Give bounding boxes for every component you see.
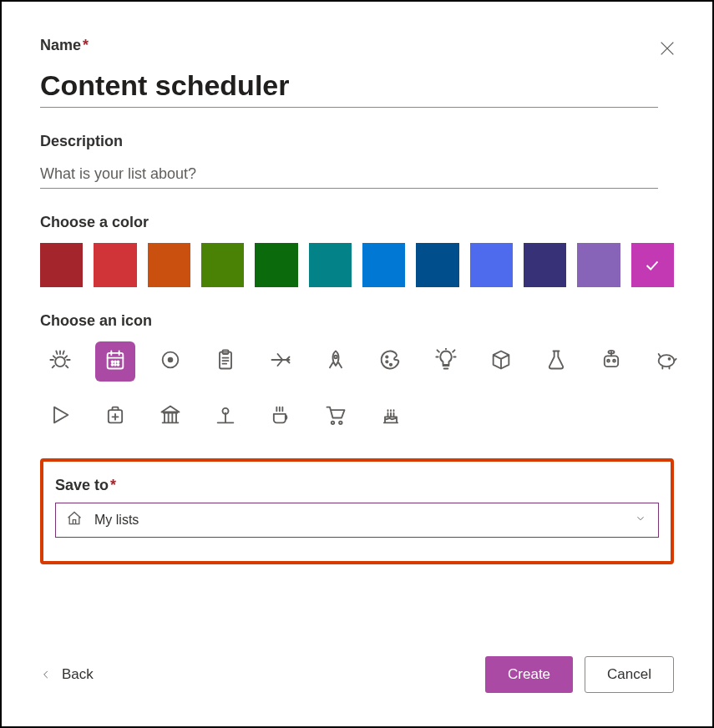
cart-icon [324, 403, 347, 430]
coffee-icon [269, 403, 292, 430]
svg-point-13 [386, 356, 387, 357]
icon-grid [40, 341, 691, 437]
svg-point-24 [339, 422, 342, 425]
cake-icon [379, 403, 403, 430]
beaker-icon [544, 348, 568, 375]
robot-icon [600, 348, 623, 375]
icon-option-cube[interactable] [481, 341, 521, 382]
icon-option-palette[interactable] [371, 341, 411, 382]
icon-option-calendar[interactable] [95, 341, 135, 382]
target-icon [159, 348, 182, 375]
color-swatch-row [40, 243, 674, 287]
dialog-footer: Back Create Cancel [40, 656, 674, 693]
save-to-highlight: Save to* My lists [40, 458, 674, 564]
svg-point-6 [114, 364, 116, 366]
save-to-value: My lists [94, 513, 139, 528]
choose-icon-label: Choose an icon [40, 312, 674, 330]
svg-point-7 [118, 364, 119, 366]
icon-option-beaker[interactable] [536, 341, 576, 382]
svg-point-14 [386, 361, 387, 362]
color-swatch-orange[interactable] [148, 243, 190, 287]
back-button[interactable]: Back [40, 666, 94, 683]
name-input[interactable] [40, 61, 658, 108]
description-input[interactable] [40, 157, 658, 189]
color-swatch-green[interactable] [201, 243, 244, 287]
icon-option-bug[interactable] [40, 341, 80, 382]
color-swatch-blue[interactable] [362, 243, 405, 287]
icon-option-cart[interactable] [316, 397, 356, 437]
close-icon [658, 39, 676, 58]
color-swatch-dark-red[interactable] [40, 243, 83, 287]
svg-point-15 [390, 364, 392, 366]
create-list-dialog: Name* Description Choose a color Choose … [0, 0, 714, 728]
svg-point-9 [169, 358, 173, 362]
save-to-label: Save to* [55, 477, 659, 494]
color-swatch-indigo[interactable] [470, 243, 513, 287]
color-swatch-red[interactable] [94, 243, 136, 287]
svg-point-12 [334, 356, 337, 359]
palette-icon [379, 348, 403, 375]
color-swatch-teal[interactable] [309, 243, 352, 287]
icon-option-coffee[interactable] [261, 397, 301, 437]
icon-option-clipboard[interactable] [205, 341, 246, 382]
svg-point-23 [332, 422, 335, 425]
color-swatch-pink[interactable] [631, 243, 674, 287]
airplane-icon [269, 348, 292, 375]
svg-point-17 [607, 360, 610, 362]
bank-icon [159, 403, 182, 430]
chevron-down-icon [635, 513, 646, 528]
map-pin-icon [214, 403, 237, 430]
icon-option-cake[interactable] [371, 397, 411, 437]
svg-point-3 [114, 361, 116, 362]
icon-option-lightbulb[interactable] [426, 341, 466, 382]
cancel-button[interactable]: Cancel [585, 656, 674, 693]
save-to-dropdown[interactable]: My lists [55, 503, 659, 538]
rocket-icon [324, 348, 347, 375]
close-button[interactable] [656, 37, 679, 60]
play-icon [48, 403, 72, 430]
icon-option-target[interactable] [150, 341, 190, 382]
chevron-left-icon [40, 669, 52, 680]
lightbulb-icon [434, 348, 458, 375]
color-swatch-dark-green[interactable] [255, 243, 297, 287]
svg-point-18 [613, 360, 615, 362]
create-button[interactable]: Create [485, 656, 573, 693]
bug-icon [48, 348, 72, 375]
color-swatch-navy[interactable] [524, 243, 566, 287]
clipboard-icon [214, 348, 237, 375]
svg-point-5 [112, 364, 114, 366]
icon-option-medical[interactable] [95, 397, 135, 437]
description-label: Description [40, 133, 674, 150]
icon-option-bank[interactable] [150, 397, 190, 437]
svg-point-4 [118, 361, 119, 362]
calendar-icon [104, 348, 127, 375]
svg-point-20 [669, 358, 671, 360]
color-swatch-dark-blue[interactable] [416, 243, 458, 287]
piggy-bank-icon [655, 348, 678, 375]
icon-option-play[interactable] [40, 397, 80, 437]
svg-point-0 [55, 357, 65, 367]
choose-color-label: Choose a color [40, 214, 674, 231]
icon-option-rocket[interactable] [316, 341, 356, 382]
medical-icon [104, 403, 127, 430]
cube-icon [489, 348, 513, 375]
icon-option-map-pin[interactable] [205, 397, 246, 437]
icon-option-piggy-bank[interactable] [646, 341, 686, 382]
home-icon [66, 510, 83, 530]
icon-option-robot[interactable] [591, 341, 631, 382]
icon-option-airplane[interactable] [261, 341, 301, 382]
name-label: Name* [40, 37, 674, 54]
svg-point-2 [112, 361, 114, 362]
color-swatch-purple[interactable] [577, 243, 620, 287]
